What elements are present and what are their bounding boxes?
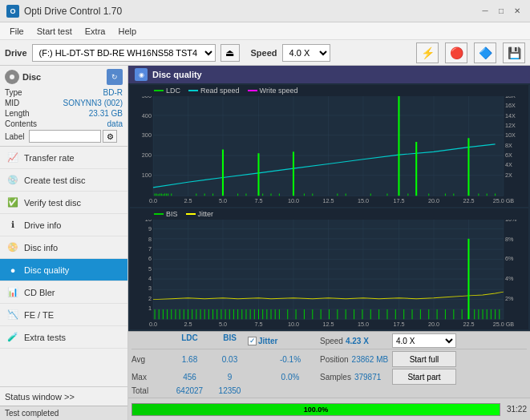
status-text-bar: Test completed	[0, 406, 127, 420]
disc-type-label: Type	[5, 88, 22, 97]
app-title: Opti Drive Control 1.70	[24, 6, 122, 17]
svg-text:6X: 6X	[505, 152, 512, 158]
start-full-button[interactable]: Start full	[392, 351, 456, 367]
toolbar-btn-3[interactable]: 🔷	[474, 42, 496, 63]
write-speed-legend: Write speed	[248, 87, 298, 95]
menu-help[interactable]: Help	[111, 25, 143, 38]
svg-rect-1	[130, 85, 153, 207]
svg-text:2X: 2X	[505, 172, 512, 178]
position-label: Position	[320, 355, 349, 364]
svg-text:2: 2	[148, 295, 152, 301]
status-text: Test completed	[5, 409, 59, 418]
disc-header: Disc ↻	[5, 69, 123, 85]
drive-info-icon: ℹ	[6, 219, 19, 232]
svg-text:8%: 8%	[505, 236, 513, 241]
drive-select[interactable]: (F:) HL-DT-ST BD-RE WH16NS58 TST4	[32, 44, 216, 62]
svg-text:400: 400	[142, 113, 152, 119]
speed-display: Speed 4.23 X	[320, 333, 392, 348]
close-button[interactable]: ✕	[511, 5, 524, 18]
nav-fe-te[interactable]: 📉 FE / TE	[0, 304, 127, 326]
nav-verify-test-disc[interactable]: ✅ Verify test disc	[0, 192, 127, 214]
disc-mid-row: MID SONYNN3 (002)	[5, 99, 123, 107]
toolbar-btn-2[interactable]: 🔴	[445, 42, 467, 63]
avg-label: Avg	[131, 355, 168, 364]
disc-label-row: Label ⚙	[5, 130, 123, 143]
svg-text:0.0: 0.0	[149, 198, 157, 204]
svg-text:22.5: 22.5	[463, 321, 474, 327]
svg-text:6: 6	[148, 256, 152, 261]
menu-file[interactable]: File	[3, 25, 30, 38]
max-bis: 9	[212, 373, 248, 382]
speed-select-stats[interactable]: 4.0 X	[392, 333, 456, 348]
menu-extra[interactable]: Extra	[79, 25, 112, 38]
verify-test-disc-icon: ✅	[6, 196, 19, 209]
toolbar-btn-1[interactable]: ⚡	[416, 42, 439, 63]
progress-bar-fill: 100.0%	[132, 404, 500, 415]
menu-start-test[interactable]: Start test	[30, 25, 79, 38]
status-window[interactable]: Status window >>	[0, 386, 127, 406]
nav-create-test-disc[interactable]: 💿 Create test disc	[0, 169, 127, 192]
max-jitter: 0.0%	[248, 373, 320, 382]
col-bis-header: BIS	[212, 333, 248, 348]
write-speed-legend-label: Write speed	[260, 87, 298, 95]
speed-col-label: Speed	[320, 337, 343, 345]
svg-text:17.5: 17.5	[393, 321, 404, 327]
speed-select[interactable]: 4.0 X 2.0 X 8.0 X	[282, 44, 330, 62]
nav-create-test-disc-label: Create test disc	[24, 176, 85, 185]
toolbar-btn-save[interactable]: 💾	[503, 42, 525, 63]
nav-disc-quality[interactable]: ● Disc quality	[0, 259, 127, 281]
svg-text:12.5: 12.5	[322, 321, 334, 327]
disc-refresh-button[interactable]: ↻	[107, 69, 123, 85]
avg-ldc: 1.68	[168, 355, 212, 364]
disc-contents-label: Contents	[5, 119, 37, 128]
samples-display: Samples 379871	[320, 373, 392, 382]
svg-text:10.0: 10.0	[288, 321, 299, 327]
fe-te-icon: 📉	[6, 309, 19, 321]
sidebar: Disc ↻ Type BD-R MID SONYNN3 (002) Lengt…	[0, 66, 128, 420]
disc-mid-value: SONYNN3 (002)	[63, 99, 123, 107]
charts-area: LDC Read speed Write speed	[128, 83, 530, 331]
start-part-button[interactable]: Start part	[392, 369, 456, 385]
nav-extra-tests[interactable]: 🧪 Extra tests	[0, 326, 127, 349]
samples-label: Samples	[320, 373, 351, 382]
total-ldc: 642027	[168, 386, 212, 395]
elapsed-time: 31:22	[507, 405, 527, 414]
nav-drive-info[interactable]: ℹ Drive info	[0, 214, 127, 236]
stats-total-row: Total 642027 12350	[131, 386, 527, 396]
disc-quality-icon: ●	[6, 264, 19, 277]
nav-items: 📈 Transfer rate 💿 Create test disc ✅ Ver…	[0, 147, 127, 349]
ldc-legend: LDC	[154, 87, 180, 95]
nav-fe-te-label: FE / TE	[24, 310, 54, 320]
disc-quality-header: ◉ Disc quality	[128, 66, 530, 83]
svg-text:8X: 8X	[505, 143, 512, 148]
minimize-button[interactable]: ─	[479, 5, 492, 18]
disc-label-button[interactable]: ⚙	[103, 130, 117, 143]
create-test-disc-icon: 💿	[6, 174, 19, 187]
jitter-checkbox-label: Jitter	[258, 337, 277, 345]
chart1-legend: LDC Read speed Write speed	[130, 85, 528, 96]
svg-text:22.5: 22.5	[463, 198, 474, 204]
svg-text:7.5: 7.5	[254, 321, 262, 327]
disc-label-input[interactable]	[29, 130, 101, 143]
nav-transfer-rate[interactable]: 📈 Transfer rate	[0, 147, 127, 169]
disc-panel: Disc ↻ Type BD-R MID SONYNN3 (002) Lengt…	[0, 66, 127, 147]
svg-text:6%: 6%	[505, 256, 513, 261]
svg-text:17.5: 17.5	[393, 198, 404, 204]
svg-rect-85	[504, 208, 528, 330]
disc-length-row: Length 23.31 GB	[5, 109, 123, 118]
nav-cd-bler[interactable]: 📊 CD Bler	[0, 281, 127, 304]
jitter-checkbox[interactable]: ✓	[248, 337, 257, 345]
total-label: Total	[131, 386, 168, 395]
chart2-container: BIS Jitter	[130, 208, 528, 330]
max-ldc: 456	[168, 373, 212, 382]
disc-panel-title: Disc	[22, 72, 41, 82]
stats-header: LDC BIS ✓ Jitter Speed 4.23 X 4.0 X	[131, 333, 527, 349]
svg-text:15.0: 15.0	[358, 321, 369, 327]
eject-button[interactable]: ⏏	[220, 44, 240, 62]
nav-disc-info[interactable]: 📀 Disc info	[0, 236, 127, 259]
svg-text:2.5: 2.5	[184, 321, 192, 327]
maximize-button[interactable]: □	[495, 5, 508, 18]
nav-disc-quality-label: Disc quality	[24, 265, 69, 275]
nav-drive-info-label: Drive info	[24, 220, 61, 230]
svg-text:10X: 10X	[505, 133, 516, 139]
